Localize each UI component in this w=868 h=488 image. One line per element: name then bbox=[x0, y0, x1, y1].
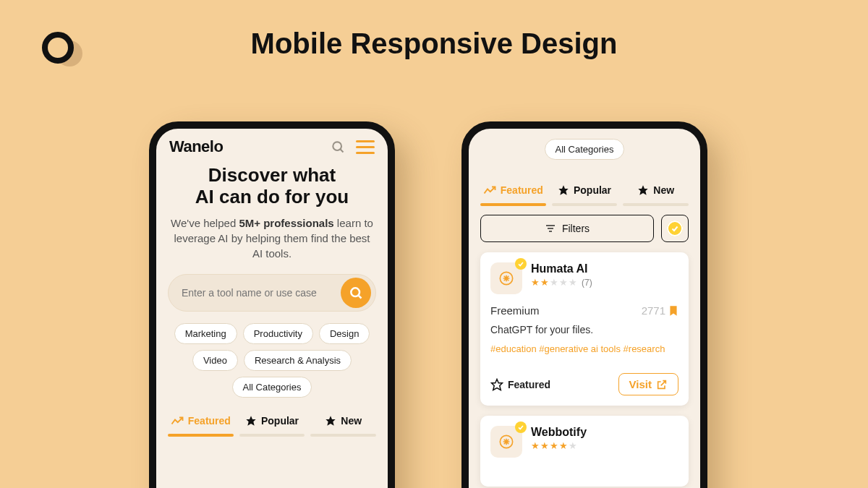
hero-line-1: Discover what bbox=[208, 164, 336, 186]
tool-card[interactable]: Webbotify ★★★★★ bbox=[480, 416, 689, 487]
trend-up-icon bbox=[171, 416, 184, 426]
brain-chip-icon bbox=[497, 269, 516, 288]
menu-icon[interactable] bbox=[356, 140, 375, 154]
tab-new[interactable]: New bbox=[310, 411, 376, 431]
save-count: 2771 bbox=[642, 304, 678, 317]
svg-marker-5 bbox=[326, 416, 336, 425]
chip-all-categories[interactable]: All Categories bbox=[545, 139, 625, 160]
svg-line-1 bbox=[340, 149, 343, 152]
visit-button[interactable]: Visit bbox=[618, 373, 678, 395]
category-chips: Marketing Productivity Design Video Rese… bbox=[168, 323, 376, 398]
svg-marker-7 bbox=[639, 185, 648, 194]
chip-design[interactable]: Design bbox=[319, 323, 370, 344]
sort-tabs: Featured Popular New bbox=[168, 411, 376, 431]
featured-badge: Featured bbox=[490, 378, 550, 391]
phone-left: Wanelo Discover what AI can do for you W… bbox=[149, 121, 395, 488]
sort-tabs: Featured Popular New bbox=[480, 180, 689, 200]
search-field[interactable] bbox=[168, 274, 376, 312]
tool-title: Humata AI bbox=[531, 262, 592, 275]
rating: ★★★★★ bbox=[531, 440, 587, 451]
filter-icon bbox=[545, 223, 556, 234]
tool-tags[interactable]: #education #generative ai tools #researc… bbox=[490, 343, 678, 356]
svg-marker-12 bbox=[492, 379, 503, 390]
filters-button[interactable]: Filters bbox=[480, 215, 654, 242]
tab-popular[interactable]: Popular bbox=[239, 411, 305, 431]
external-link-icon bbox=[656, 379, 668, 390]
chip-all-categories[interactable]: All Categories bbox=[232, 377, 312, 398]
trend-up-icon bbox=[483, 185, 496, 195]
svg-line-3 bbox=[358, 295, 361, 298]
rating-count: (7) bbox=[582, 278, 592, 288]
search-icon[interactable] bbox=[328, 137, 347, 156]
tab-featured[interactable]: Featured bbox=[480, 180, 546, 200]
search-input[interactable] bbox=[182, 287, 341, 299]
hero-heading: Discover what AI can do for you bbox=[168, 165, 376, 208]
tab-featured[interactable]: Featured bbox=[168, 411, 234, 431]
svg-point-2 bbox=[351, 288, 359, 296]
star-icon bbox=[637, 184, 649, 196]
hero-line-2: AI can do for you bbox=[195, 186, 349, 207]
tool-title: Webbotify bbox=[531, 426, 587, 439]
brain-chip-icon bbox=[497, 432, 516, 451]
page-title: Mobile Responsive Design bbox=[0, 27, 868, 60]
star-icon bbox=[325, 415, 336, 427]
chip-research[interactable]: Research & Analysis bbox=[244, 350, 352, 371]
tool-avatar bbox=[490, 262, 522, 294]
chip-video[interactable]: Video bbox=[192, 350, 238, 371]
verified-badge-icon bbox=[515, 258, 527, 270]
bookmark-icon bbox=[668, 305, 678, 317]
hero-subtext: We've helped 5M+ professionals learn to … bbox=[168, 215, 376, 261]
verified-badge-icon bbox=[667, 221, 683, 236]
chip-marketing[interactable]: Marketing bbox=[174, 323, 237, 344]
tab-popular[interactable]: Popular bbox=[552, 180, 618, 200]
pricing-label: Freemium bbox=[490, 304, 540, 317]
star-outline-icon bbox=[490, 378, 503, 391]
brand-name: Wanelo bbox=[169, 137, 320, 156]
search-submit-button[interactable] bbox=[341, 278, 371, 308]
tool-card[interactable]: Humata AI ★★★★★ (7) Freemium 2771 ChatGP… bbox=[480, 252, 689, 406]
chip-productivity[interactable]: Productivity bbox=[243, 323, 313, 344]
star-icon bbox=[245, 415, 257, 427]
star-rating-icon: ★★★★★ bbox=[531, 277, 577, 288]
svg-marker-6 bbox=[558, 185, 568, 194]
tool-description: ChatGPT for your files. bbox=[490, 324, 678, 335]
verified-filter-button[interactable] bbox=[661, 215, 689, 242]
tab-new[interactable]: New bbox=[623, 180, 689, 200]
svg-point-0 bbox=[333, 142, 341, 150]
verified-badge-icon bbox=[515, 421, 527, 433]
star-rating-icon: ★★★★★ bbox=[531, 440, 577, 451]
star-icon bbox=[558, 184, 569, 196]
phone-right: All Categories Featured Popular New Filt… bbox=[461, 121, 707, 488]
svg-marker-4 bbox=[246, 416, 255, 425]
tool-avatar bbox=[490, 426, 522, 458]
rating: ★★★★★ (7) bbox=[531, 277, 592, 288]
